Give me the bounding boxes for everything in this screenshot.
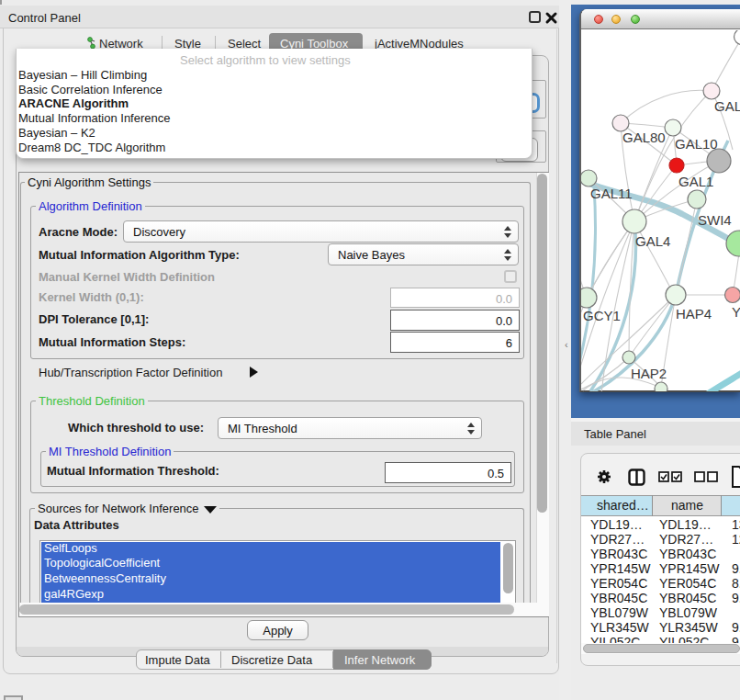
svg-text:GAL10: GAL10 <box>675 136 718 152</box>
svg-text:GAL7: GAL7 <box>714 98 740 114</box>
svg-text:HAP4: HAP4 <box>676 306 712 322</box>
svg-text:GAL4: GAL4 <box>635 233 670 249</box>
svg-text:GCY1: GCY1 <box>583 308 621 323</box>
svg-text:GAL80: GAL80 <box>622 130 666 145</box>
svg-text:Y: Y <box>732 304 740 320</box>
svg-text:GAL11: GAL11 <box>590 186 633 201</box>
svg-text:GAL1: GAL1 <box>678 174 713 189</box>
svg-text:SWI4: SWI4 <box>698 212 732 228</box>
svg-text:HAP2: HAP2 <box>631 366 667 381</box>
